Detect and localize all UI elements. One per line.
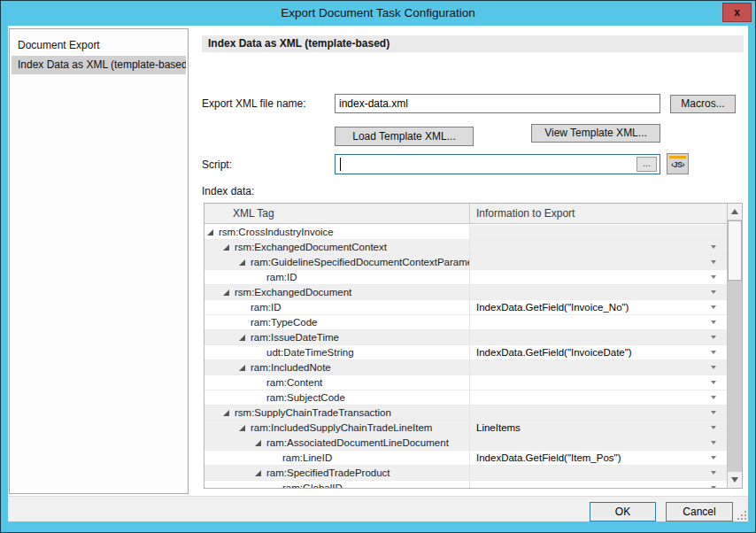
xml-tag-label: ram:GlobalID bbox=[204, 481, 469, 488]
script-label: Script: bbox=[202, 155, 232, 174]
expander-icon[interactable] bbox=[239, 259, 245, 266]
table-row[interactable]: ram:IncludedSupplyChainTradeLineItemLine… bbox=[204, 421, 727, 436]
information-to-export-value[interactable]: IndexData.GetField("InvoiceDate") bbox=[470, 345, 727, 359]
expander-icon[interactable] bbox=[223, 290, 229, 296]
dropdown-arrow-icon[interactable] bbox=[711, 275, 716, 279]
expander-icon[interactable] bbox=[239, 335, 245, 341]
xml-tag-label: ram:SubjectCode bbox=[204, 390, 469, 405]
table-row[interactable]: ram:SubjectCode bbox=[204, 390, 727, 406]
column-header-xml-tag[interactable]: XML Tag bbox=[204, 204, 470, 223]
xml-tag-label: udt:DateTimeString bbox=[204, 345, 469, 359]
table-row[interactable]: rsm:ExchangedDocument bbox=[204, 285, 727, 300]
table-row[interactable]: ram:SpecifiedTradeProduct bbox=[204, 466, 727, 481]
dropdown-arrow-icon[interactable] bbox=[711, 245, 716, 249]
column-header-information-to-export[interactable]: Information to Export bbox=[470, 204, 727, 223]
table-row[interactable]: ram:IssueDateTime bbox=[204, 330, 727, 345]
footer-bar: OK Cancel bbox=[8, 496, 748, 521]
section-header: Index Data as XML (template-based) bbox=[202, 35, 744, 52]
xml-tag-label: rsm:ExchangedDocumentContext bbox=[204, 240, 469, 254]
scrollbar-thumb[interactable] bbox=[728, 220, 742, 281]
dropdown-arrow-icon[interactable] bbox=[711, 260, 716, 264]
dropdown-arrow-icon[interactable] bbox=[711, 366, 716, 369]
caret bbox=[340, 158, 341, 171]
dropdown-arrow-icon[interactable] bbox=[711, 396, 716, 399]
xml-tag-label: rsm:SupplyChainTradeTransaction bbox=[204, 406, 469, 420]
js-script-icon: ‹JS› bbox=[667, 159, 688, 170]
export-file-input[interactable]: index-data.xml bbox=[335, 94, 660, 113]
dropdown-arrow-icon[interactable] bbox=[711, 471, 716, 475]
dropdown-arrow-icon[interactable] bbox=[711, 486, 716, 488]
expander-icon[interactable] bbox=[223, 244, 229, 251]
table-row[interactable]: ram:TypeCode bbox=[204, 315, 727, 330]
vertical-scrollbar[interactable] bbox=[727, 204, 742, 488]
table-row[interactable]: ram:GlobalID bbox=[204, 481, 727, 488]
table-row[interactable]: ram:AssociatedDocumentLineDocument bbox=[204, 436, 727, 451]
xml-tag-label: ram:ID bbox=[204, 270, 469, 284]
xml-tag-label: ram:SpecifiedTradeProduct bbox=[204, 466, 469, 480]
dropdown-arrow-icon[interactable] bbox=[711, 411, 716, 414]
browse-button[interactable]: ... bbox=[636, 157, 657, 172]
table-row[interactable]: ram:ID bbox=[204, 270, 727, 285]
xml-tag-label: ram:TypeCode bbox=[204, 315, 469, 329]
dropdown-arrow-icon[interactable] bbox=[711, 426, 716, 429]
xml-tag-label: ram:AssociatedDocumentLineDocument bbox=[204, 436, 469, 450]
index-data-grid: XML Tag Information to Export rsm:CrossI… bbox=[204, 203, 743, 489]
expander-icon[interactable] bbox=[255, 440, 261, 446]
cancel-button[interactable]: Cancel bbox=[666, 502, 733, 521]
dialog-content: Document Export Index Data as XML (templ… bbox=[8, 26, 748, 521]
sidebar-item-document-export[interactable]: Document Export bbox=[12, 36, 186, 55]
table-row[interactable]: ram:IncludedNote bbox=[204, 360, 727, 375]
xml-tag-label: rsm:ExchangedDocument bbox=[204, 285, 469, 299]
table-row[interactable]: ram:LineIDIndexData.GetField("Item_Pos") bbox=[204, 451, 727, 466]
scroll-down-button[interactable] bbox=[728, 472, 742, 488]
js-icon-accent-bar bbox=[669, 156, 686, 158]
dropdown-arrow-icon[interactable] bbox=[711, 456, 716, 460]
table-row[interactable]: rsm:ExchangedDocumentContext bbox=[204, 240, 727, 255]
table-row[interactable]: ram:Content bbox=[204, 375, 727, 390]
dropdown-arrow-icon[interactable] bbox=[711, 321, 716, 324]
scroll-up-icon bbox=[731, 209, 738, 214]
script-editor-button[interactable]: ‹JS› bbox=[667, 153, 689, 174]
macros-button[interactable]: Macros... bbox=[670, 95, 736, 113]
xml-tag-label: rsm:CrossIndustryInvoice bbox=[204, 225, 469, 239]
information-to-export-value[interactable]: IndexData.GetField("Item_Pos") bbox=[470, 451, 727, 465]
expander-icon[interactable] bbox=[207, 229, 213, 236]
tree-grid-body: rsm:CrossIndustryInvoicersm:ExchangedDoc… bbox=[204, 225, 727, 488]
expander-icon[interactable] bbox=[239, 425, 245, 431]
close-icon: x bbox=[734, 6, 740, 19]
expander-icon[interactable] bbox=[255, 470, 261, 476]
information-to-export-value[interactable]: LineItems bbox=[470, 421, 727, 435]
xml-tag-label: ram:Content bbox=[204, 375, 469, 390]
dialog-window: Export Document Task Configuration x Doc… bbox=[0, 0, 756, 533]
dropdown-arrow-icon[interactable] bbox=[711, 381, 716, 384]
xml-tag-label: ram:ID bbox=[204, 300, 469, 314]
xml-tag-label: ram:LineID bbox=[204, 451, 469, 465]
export-file-label: Export XML file name: bbox=[202, 94, 306, 113]
load-template-xml-button[interactable]: Load Template XML... bbox=[335, 127, 474, 146]
dialog-title: Export Document Task Configuration bbox=[1, 1, 755, 25]
scroll-up-button[interactable] bbox=[728, 204, 742, 220]
sidebar-item-index-data-xml[interactable]: Index Data as XML (template-based) bbox=[12, 56, 186, 74]
dropdown-arrow-icon[interactable] bbox=[711, 336, 716, 339]
ok-button[interactable]: OK bbox=[590, 502, 656, 521]
close-button[interactable]: x bbox=[722, 3, 752, 22]
expander-icon[interactable] bbox=[239, 365, 245, 371]
task-list: Document Export Index Data as XML (templ… bbox=[9, 28, 189, 494]
dropdown-arrow-icon[interactable] bbox=[711, 290, 716, 294]
table-row[interactable]: rsm:SupplyChainTradeTransaction bbox=[204, 406, 727, 421]
information-to-export-value[interactable]: IndexData.GetField("Invoice_No") bbox=[470, 300, 727, 314]
titlebar[interactable]: Export Document Task Configuration bbox=[1, 1, 755, 26]
dropdown-arrow-icon[interactable] bbox=[711, 305, 716, 309]
table-row[interactable]: udt:DateTimeStringIndexData.GetField("In… bbox=[204, 345, 727, 360]
dropdown-arrow-icon[interactable] bbox=[711, 441, 716, 444]
table-row[interactable]: ram:GuidelineSpecifiedDocumentContextPar… bbox=[204, 255, 727, 270]
view-template-xml-button[interactable]: View Template XML... bbox=[531, 124, 660, 143]
dropdown-arrow-icon[interactable] bbox=[711, 351, 716, 354]
table-row[interactable]: ram:IDIndexData.GetField("Invoice_No") bbox=[204, 300, 727, 315]
grid-header: XML Tag Information to Export bbox=[204, 204, 727, 224]
scroll-down-icon bbox=[731, 477, 738, 483]
table-row[interactable]: rsm:CrossIndustryInvoice bbox=[204, 225, 727, 240]
script-input[interactable]: ... bbox=[335, 154, 660, 174]
expander-icon[interactable] bbox=[223, 410, 229, 416]
resize-grip-icon[interactable] bbox=[737, 511, 747, 521]
